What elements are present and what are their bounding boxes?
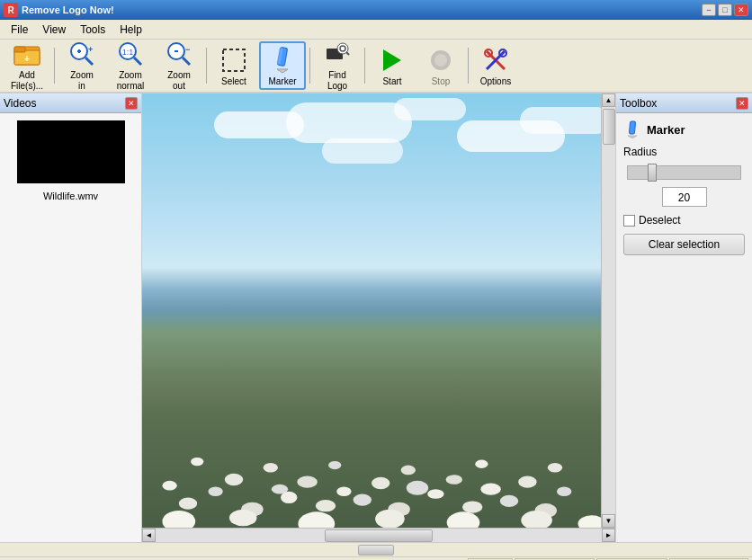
options-button[interactable]: Options xyxy=(472,41,519,90)
svg-point-61 xyxy=(298,512,335,528)
options-icon xyxy=(481,46,510,75)
svg-text:+: + xyxy=(88,45,93,54)
svg-point-38 xyxy=(427,489,443,499)
start-button[interactable]: Start xyxy=(369,41,416,90)
svg-marker-24 xyxy=(383,49,401,71)
vscroll-down-button[interactable]: ▼ xyxy=(602,514,615,528)
zoom-in-button[interactable]: + Zoomin xyxy=(58,41,105,90)
horizontal-scrollbar[interactable]: ◄ ► xyxy=(142,528,615,542)
svg-point-53 xyxy=(191,458,203,466)
hscroll-thumb[interactable] xyxy=(325,529,433,542)
svg-point-56 xyxy=(401,466,416,476)
svg-line-7 xyxy=(85,58,93,65)
maximize-button[interactable]: □ xyxy=(718,4,732,16)
svg-point-44 xyxy=(272,484,288,494)
canvas-inner[interactable] xyxy=(142,93,601,528)
clear-selection-button[interactable]: Clear selection xyxy=(623,234,745,255)
find-logo-button[interactable]: FindLogo xyxy=(314,41,361,90)
hscroll-right-button[interactable]: ► xyxy=(602,529,615,542)
toolbox-title: Toolbox xyxy=(620,97,657,110)
vscroll-thumb[interactable] xyxy=(603,109,615,145)
menu-view[interactable]: View xyxy=(35,22,73,38)
main-area: Videos ✕ Wildlife.wmv xyxy=(0,93,752,542)
toolbox-content: Marker Radius 20 Deselect Clear selectio… xyxy=(616,113,752,262)
svg-point-63 xyxy=(447,512,480,528)
marker-tool-row: Marker xyxy=(623,120,745,138)
svg-marker-18 xyxy=(277,69,288,73)
svg-point-55 xyxy=(328,461,341,469)
toolbox-close[interactable]: ✕ xyxy=(736,97,748,110)
radius-value[interactable]: 20 xyxy=(662,187,707,207)
videos-panel-header: Videos ✕ xyxy=(0,93,141,113)
zoom-in-label: Zoomin xyxy=(70,70,94,92)
svg-point-48 xyxy=(407,481,428,495)
svg-rect-66 xyxy=(629,121,635,134)
svg-point-26 xyxy=(434,54,447,67)
svg-point-54 xyxy=(264,463,278,473)
select-icon xyxy=(219,46,248,75)
deselect-checkbox[interactable] xyxy=(623,215,635,227)
status-bar: Ready Time (s) Follow us on t Join us on… xyxy=(0,556,752,560)
zoom-normal-button[interactable]: 1:1 Zoomnormal xyxy=(107,41,154,90)
title-bar: R Remove Logo Now! − □ ✕ xyxy=(0,0,752,20)
svg-marker-67 xyxy=(628,136,637,138)
vscroll-up-button[interactable]: ▲ xyxy=(602,93,615,107)
toolbar: + AddFile(s)... + Zoomin 1:1 Zoomn xyxy=(0,40,752,93)
find-logo-icon xyxy=(323,40,352,68)
svg-line-14 xyxy=(183,58,190,65)
svg-point-36 xyxy=(354,494,372,506)
options-label: Options xyxy=(480,76,511,86)
canvas-and-vscroll: ▲ ▼ xyxy=(142,93,615,528)
videos-panel-title: Videos xyxy=(4,97,36,110)
toolbar-sep-5 xyxy=(468,48,469,84)
svg-point-45 xyxy=(297,476,317,488)
stop-button[interactable]: Stop xyxy=(417,41,464,90)
vertical-scrollbar[interactable]: ▲ ▼ xyxy=(601,93,615,528)
toolbox-header: Toolbox ✕ xyxy=(616,93,752,113)
bottom-scroll-container xyxy=(0,542,752,556)
zoom-in-icon: + xyxy=(67,40,96,68)
close-button[interactable]: ✕ xyxy=(734,4,748,16)
stop-label: Stop xyxy=(432,76,451,86)
toolbar-sep-4 xyxy=(364,48,365,84)
svg-point-31 xyxy=(179,498,197,510)
menu-help[interactable]: Help xyxy=(112,22,149,38)
svg-point-65 xyxy=(578,516,602,528)
menu-tools[interactable]: Tools xyxy=(73,22,112,38)
svg-point-43 xyxy=(225,474,243,485)
svg-rect-2 xyxy=(14,47,25,52)
svg-point-46 xyxy=(336,487,351,497)
marker-icon xyxy=(268,46,297,75)
zoom-out-icon: − xyxy=(165,40,193,68)
add-files-button[interactable]: + AddFile(s)... xyxy=(4,41,50,90)
marker-label: Marker xyxy=(268,76,296,86)
videos-panel-close[interactable]: ✕ xyxy=(125,97,138,110)
svg-point-39 xyxy=(462,502,482,513)
add-files-label: AddFile(s)... xyxy=(11,70,43,92)
svg-point-40 xyxy=(500,495,518,507)
svg-line-11 xyxy=(134,58,141,65)
svg-point-50 xyxy=(480,484,500,495)
radius-slider[interactable] xyxy=(627,165,741,180)
svg-point-42 xyxy=(162,481,176,491)
minimize-button[interactable]: − xyxy=(702,4,716,16)
bottom-scroll-thumb[interactable] xyxy=(358,545,394,556)
radius-slider-container xyxy=(623,165,745,180)
canvas-wrapper: ▲ ▼ ◄ ► xyxy=(142,93,615,542)
app-icon: R xyxy=(4,3,18,17)
add-files-icon: + xyxy=(13,40,41,68)
bird-scene[interactable] xyxy=(142,93,601,528)
menu-bar: File View Tools Help xyxy=(0,20,752,40)
svg-point-51 xyxy=(518,476,536,488)
svg-text:+: + xyxy=(24,54,30,64)
video-thumbnail[interactable] xyxy=(17,120,125,183)
select-button[interactable]: Select xyxy=(210,41,257,90)
hscroll-left-button[interactable]: ◄ xyxy=(142,529,156,542)
video-filename[interactable]: Wildlife.wmv xyxy=(0,191,141,201)
start-icon xyxy=(378,46,407,75)
zoom-out-button[interactable]: − Zoomout xyxy=(156,41,202,90)
start-label: Start xyxy=(382,76,401,86)
toolbox-marker-label: Marker xyxy=(647,123,685,137)
menu-file[interactable]: File xyxy=(4,22,35,38)
marker-button[interactable]: Marker xyxy=(259,41,306,90)
